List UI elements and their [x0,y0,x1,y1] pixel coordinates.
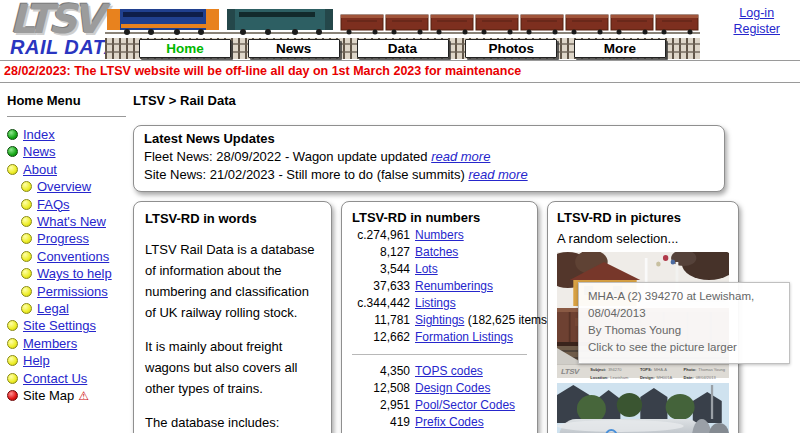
sidebar-item-permissions[interactable]: Permissions [7,283,126,300]
sidebar-link-legal[interactable]: Legal [37,301,69,316]
sidebar-title: Home Menu [7,91,126,108]
sidebar-link-faqs[interactable]: FAQs [37,197,70,212]
breadcrumb: LTSV > Rail Data [133,93,800,108]
stat-row: 8,127Batches [352,244,527,261]
sidebar-item-about[interactable]: About [7,161,126,178]
formation-listings-link[interactable]: Formation Listings [415,330,513,344]
stat-value: 419 [352,414,410,431]
sightings-link[interactable]: Sightings [415,313,464,327]
batches-link[interactable]: Batches [415,245,458,259]
stat-value: 11,781 [352,312,410,329]
stat-row: 419Prefix Codes [352,414,527,431]
yellow-bullet-icon [21,233,32,244]
sidebar-item-overview[interactable]: Overview [7,178,126,195]
logo-ltsv-text: LTSV [10,2,119,36]
sidebar-link-contact-us[interactable]: Contact Us [23,371,87,386]
sidebar-item-site-map: Site Map⚠ [7,387,126,405]
stat-value: 12,662 [352,329,410,346]
in-words-paragraph: LTSV Rail Data is a database of informat… [145,239,320,323]
sidebar-item-help[interactable]: Help [7,352,126,369]
read-more-link[interactable]: read more [431,149,490,164]
sidebar-item-index[interactable]: Index [7,126,126,143]
yellow-bullet-icon [7,355,18,366]
news-line-site-text: Site News: 21/02/2023 - Still more to do… [144,167,468,182]
maintenance-alert-text: 28/02/2023: The LTSV website will be off… [4,64,521,78]
login-link[interactable]: Log-in [739,5,774,21]
in-words-panel: LTSV-RD in words LTSV Rail Data is a dat… [133,201,332,433]
design-codes-link[interactable]: Design Codes [415,381,490,395]
sidebar-item-conventions[interactable]: Conventions [7,248,126,265]
sidebar-item-progress[interactable]: Progress [7,230,126,247]
in-words-paragraph: The database includes: [145,412,320,433]
sidebar: Home Menu Index News About Overview FAQs… [0,91,126,433]
tab-data[interactable]: Data [357,39,449,58]
stat-value: 2,951 [352,397,410,414]
sidebar-item-legal[interactable]: Legal [7,300,126,317]
sidebar-link-members[interactable]: Members [23,336,77,351]
tab-more[interactable]: More [574,39,666,58]
sidebar-link-ways-to-help[interactable]: Ways to help [37,266,112,281]
yellow-bullet-icon [7,373,18,384]
in-pictures-subtitle: A random selection... [557,231,729,246]
yellow-bullet-icon [7,338,18,349]
tops-codes-link[interactable]: TOPS codes [415,364,483,378]
listings-link[interactable]: Listings [415,296,456,310]
sidebar-link-permissions[interactable]: Permissions [37,284,108,299]
stat-row: 4,350TOPS codes [352,363,527,380]
tab-news[interactable]: News [248,39,340,58]
register-link[interactable]: Register [733,21,780,37]
yellow-bullet-icon [21,303,32,314]
home-columns: LTSV-RD in words LTSV Rail Data is a dat… [133,201,800,433]
sidebar-item-members[interactable]: Members [7,335,126,352]
read-more-link[interactable]: read more [468,167,527,182]
stat-row: 2,951Pool/Sector Codes [352,397,527,414]
sidebar-item-whats-new[interactable]: What's New [7,213,126,230]
sidebar-link-news[interactable]: News [23,144,56,159]
stat-value: 37,633 [352,278,410,295]
sidebar-link-index[interactable]: Index [23,127,55,142]
pool-sector-codes-link[interactable]: Pool/Sector Codes [415,398,515,412]
site-logo[interactable]: LTSV RAIL DATA [10,2,119,57]
photo-info-bar: LTSV Subject:394270 Location:Lewisham TO… [557,364,729,378]
sidebar-link-overview[interactable]: Overview [37,179,91,194]
tooltip-author: By Thomas Young [588,322,780,339]
stat-row: 37,633Renumberings [352,278,527,295]
numbers-link[interactable]: Numbers [415,228,464,242]
tab-photos[interactable]: Photos [465,39,557,58]
latest-news-panel: Latest News Updates Fleet News: 28/09/20… [133,125,725,192]
divider [352,354,527,355]
stat-value: 8,127 [352,244,410,261]
sidebar-item-ways-to-help[interactable]: Ways to help [7,265,126,282]
sidebar-link-conventions[interactable]: Conventions [37,249,109,264]
prefix-codes-link[interactable]: Prefix Codes [415,415,484,429]
green-bullet-icon [7,146,18,157]
trains-banner-image [105,2,700,38]
sidebar-item-site-settings[interactable]: Site Settings [7,317,126,334]
stat-row: c.344,442Listings [352,295,527,312]
red-bullet-icon [7,390,18,401]
renumberings-link[interactable]: Renumberings [415,279,493,293]
content-area: LTSV > Rail Data Latest News Updates Fle… [126,91,800,433]
news-line-site: Site News: 21/02/2023 - Still more to do… [144,166,714,184]
sidebar-link-help[interactable]: Help [23,353,50,368]
stat-row: 12,662Formation Listings [352,329,527,346]
stat-value: 12,508 [352,380,410,397]
sidebar-link-about[interactable]: About [23,162,57,177]
stat-value: c.344,442 [352,295,410,312]
sidebar-link-progress[interactable]: Progress [37,231,89,246]
sidebar-divider [7,116,126,117]
tab-home[interactable]: Home [139,39,231,58]
sidebar-item-faqs[interactable]: FAQs [7,196,126,213]
photo-info-tops: TOPS:MHA-A Design:MH001A [640,364,672,380]
latest-news-title: Latest News Updates [144,131,714,146]
yellow-bullet-icon [21,199,32,210]
green-bullet-icon [7,129,18,140]
random-photo-tanker[interactable] [557,383,729,433]
sidebar-item-news[interactable]: News [7,143,126,160]
sidebar-link-whats-new[interactable]: What's New [37,214,106,229]
ltsv-watermark: LTSV [561,367,579,376]
lots-link[interactable]: Lots [415,262,438,276]
stat-value: c.274,961 [352,227,410,244]
sidebar-link-site-settings[interactable]: Site Settings [23,318,96,333]
sidebar-item-contact-us[interactable]: Contact Us [7,370,126,387]
